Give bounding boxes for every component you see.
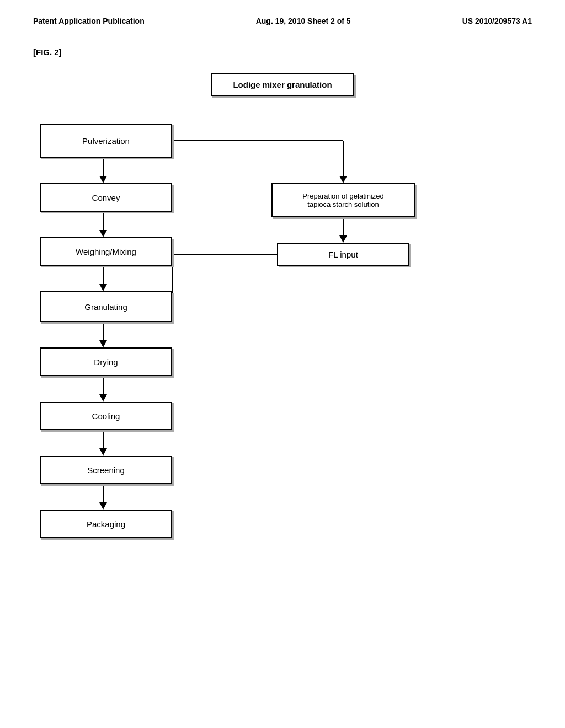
packaging-box: Packaging	[40, 510, 172, 538]
diagram-area: Pulverization Convey Weighing/Mixing Gra…	[34, 124, 531, 647]
header-right: US 2010/209573 A1	[462, 17, 532, 25]
svg-marker-18	[339, 235, 347, 243]
svg-marker-7	[99, 340, 107, 347]
svg-marker-5	[99, 284, 107, 291]
svg-marker-13	[99, 502, 107, 510]
fl-input-box: FL input	[277, 243, 409, 266]
top-box: Lodige mixer granulation	[211, 73, 354, 96]
svg-marker-11	[99, 448, 107, 456]
convey-box: Convey	[40, 183, 172, 212]
svg-marker-16	[339, 176, 347, 183]
prep-box: Preparation of gelatinized tapioca starc…	[271, 183, 415, 217]
svg-marker-1	[99, 176, 107, 183]
granulating-box: Granulating	[40, 291, 172, 322]
svg-marker-9	[99, 394, 107, 402]
figure-label: [FIG. 2]	[33, 47, 532, 57]
header-left: Patent Application Publication	[33, 17, 145, 25]
drying-box: Drying	[40, 347, 172, 376]
cooling-box: Cooling	[40, 402, 172, 430]
svg-marker-3	[99, 230, 107, 237]
screening-box: Screening	[40, 456, 172, 484]
pulverization-box: Pulverization	[40, 124, 172, 158]
header-middle: Aug. 19, 2010 Sheet 2 of 5	[256, 17, 351, 25]
weighing-box: Weighing/Mixing	[40, 237, 172, 266]
